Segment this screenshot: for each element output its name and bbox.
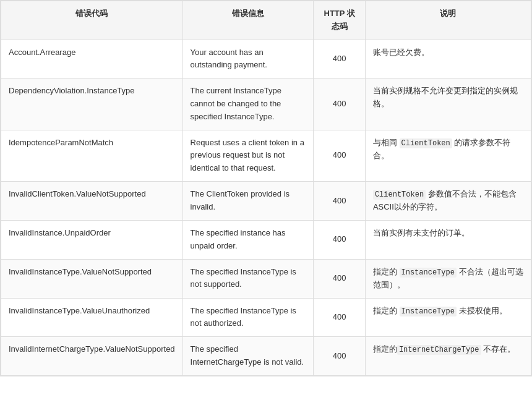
table-row: Account.ArrearageYour account has an out…	[1, 40, 531, 79]
inline-code: ClientToken	[400, 138, 452, 148]
error-message-cell: The specified InternetChargeType is not …	[182, 337, 314, 376]
error-code-cell: InvalidInternetChargeType.ValueNotSuppor…	[1, 337, 183, 376]
description-cell: 指定的 InstanceType 未授权使用。	[365, 298, 531, 337]
description-cell: ClientToken 参数值不合法，不能包含ASCII以外的字符。	[365, 181, 531, 220]
http-status-cell: 400	[314, 298, 365, 337]
error-message-cell: Your account has an outstanding payment.	[182, 40, 314, 79]
description-cell: 指定的 InstanceType 不合法（超出可选范围）。	[365, 259, 531, 298]
table-header-row: 错误代码 错误信息 HTTP 状态码 说明	[1, 1, 531, 40]
http-status-cell: 400	[314, 220, 365, 259]
error-message-cell: The specified InstanceType is not suppor…	[182, 259, 314, 298]
inline-code: InstanceType	[400, 268, 457, 278]
error-code-cell: DependencyViolation.InstanceType	[1, 79, 183, 130]
table-row: InvalidInstanceType.ValueNotSupportedThe…	[1, 259, 531, 298]
http-status-cell: 400	[314, 40, 365, 79]
error-message-cell: The current InstanceType cannot be chang…	[182, 79, 314, 130]
table-row: InvalidInternetChargeType.ValueNotSuppor…	[1, 337, 531, 376]
description-cell: 当前实例有未支付的订单。	[365, 220, 531, 259]
table-row: IdempotenceParamNotMatchRequest uses a c…	[1, 130, 531, 181]
error-code-cell: InvalidInstance.UnpaidOrder	[1, 220, 183, 259]
table-row: InvalidClientToken.ValueNotSupportedThe …	[1, 181, 531, 220]
http-status-cell: 400	[314, 259, 365, 298]
header-http: HTTP 状态码	[314, 1, 365, 40]
inline-code: ClientToken	[373, 190, 426, 200]
description-cell: 与相同 ClientToken 的请求参数不符合。	[365, 130, 531, 181]
header-message: 错误信息	[182, 1, 314, 40]
description-cell: 当前实例规格不允许变更到指定的实例规格。	[365, 79, 531, 130]
description-cell: 指定的InternetChargeType 不存在。	[365, 337, 531, 376]
error-code-cell: InvalidInstanceType.ValueUnauthorized	[1, 298, 183, 337]
error-message-cell: Request uses a client token in a previou…	[182, 130, 314, 181]
http-status-cell: 400	[314, 181, 365, 220]
table-row: InvalidInstanceType.ValueUnauthorizedThe…	[1, 298, 531, 337]
error-code-cell: InvalidInstanceType.ValueNotSupported	[1, 259, 183, 298]
error-message-cell: The specified instance has unpaid order.	[182, 220, 314, 259]
error-code-cell: InvalidClientToken.ValueNotSupported	[1, 181, 183, 220]
http-status-cell: 400	[314, 130, 365, 181]
header-code: 错误代码	[1, 1, 183, 40]
table-row: DependencyViolation.InstanceTypeThe curr…	[1, 79, 531, 130]
http-status-cell: 400	[314, 79, 365, 130]
description-cell: 账号已经欠费。	[365, 40, 531, 79]
inline-code: InternetChargeType	[397, 345, 481, 355]
error-message-cell: The ClientToken provided is invalid.	[182, 181, 314, 220]
header-desc: 说明	[365, 1, 531, 40]
inline-code: InstanceType	[400, 307, 457, 316]
error-message-cell: The specified InstanceType is not author…	[182, 298, 314, 337]
http-status-cell: 400	[314, 337, 365, 376]
table-row: InvalidInstance.UnpaidOrderThe specified…	[1, 220, 531, 259]
error-code-cell: Account.Arrearage	[1, 40, 183, 79]
error-codes-table: 错误代码 错误信息 HTTP 状态码 说明 Account.ArrearageY…	[1, 1, 531, 376]
error-code-cell: IdempotenceParamNotMatch	[1, 130, 183, 181]
